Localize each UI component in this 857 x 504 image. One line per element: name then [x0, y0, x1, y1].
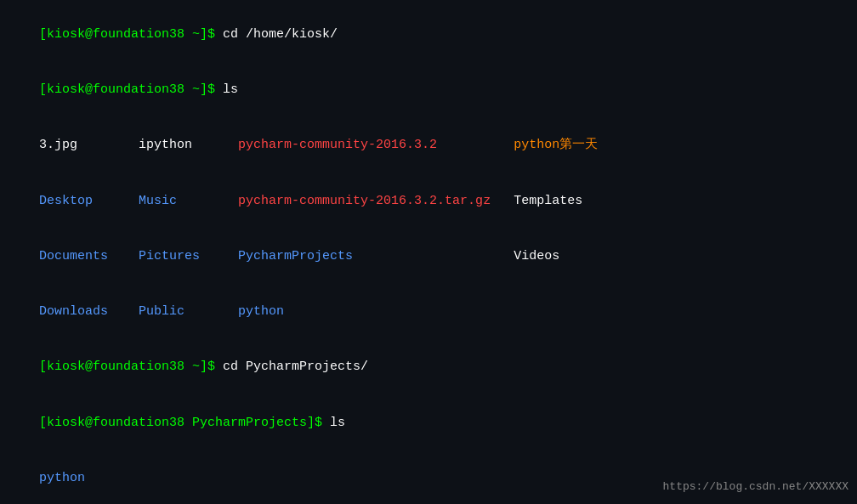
ls-item: Music [139, 194, 238, 208]
terminal-line: [kiosk@foundation38 ~]$ ls [9, 62, 848, 117]
ls-item: python第一天 [514, 138, 598, 152]
ls-item: PycharmProjects [238, 249, 514, 263]
ls-item: ipython [139, 138, 238, 152]
ls-item: Desktop [39, 194, 139, 208]
ls-item: Public [139, 304, 238, 319]
prompt: [kiosk@foundation38 ~]$ [39, 82, 223, 97]
terminal-window[interactable]: [kiosk@foundation38 ~]$ cd /home/kiosk/ … [0, 0, 857, 504]
watermark: https://blog.csdn.net/XXXXXX [663, 479, 848, 496]
terminal-line: [kiosk@foundation38 PycharmProjects]$ ls [9, 395, 848, 450]
terminal-line: [kiosk@foundation38 ~]$ cd PycharmProjec… [9, 340, 848, 395]
ls-item: Downloads [39, 304, 139, 319]
command: ls [330, 416, 345, 430]
terminal-line: python [9, 450, 848, 504]
ls-item: python [39, 471, 85, 485]
ls-item: Documents [39, 249, 139, 263]
terminal-line: [kiosk@foundation38 ~]$ cd /home/kiosk/ [9, 7, 848, 62]
ls-item: pycharm-community-2016.3.2.tar.gz [238, 194, 514, 208]
ls-item: Pictures [139, 249, 238, 263]
command: cd PycharmProjects/ [223, 360, 368, 374]
terminal-line: Desktop Music pycharm-community-2016.3.2… [9, 173, 848, 229]
ls-item: 3.jpg [39, 138, 139, 152]
prompt: [kiosk@foundation38 PycharmProjects]$ [39, 416, 330, 430]
ls-item: Videos [514, 249, 559, 263]
command: ls [223, 82, 238, 97]
terminal-line: Downloads Public python [9, 284, 848, 339]
prompt: [kiosk@foundation38 ~]$ [39, 360, 223, 374]
ls-item: Templates [514, 194, 582, 208]
ls-item: pycharm-community-2016.3.2 [238, 138, 514, 152]
terminal-line: 3.jpg ipython pycharm-community-2016.3.2… [9, 118, 848, 173]
prompt: [kiosk@foundation38 ~]$ [39, 27, 223, 42]
terminal-line: Documents Pictures PycharmProjects Video… [9, 229, 848, 284]
ls-item: python [238, 304, 284, 319]
command: cd /home/kiosk/ [223, 27, 338, 42]
